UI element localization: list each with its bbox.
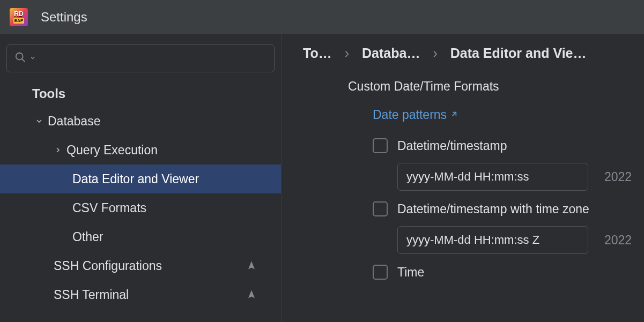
- project-scope-icon: [247, 288, 256, 302]
- time-checkbox[interactable]: [373, 265, 388, 280]
- datetime-checkbox[interactable]: [373, 138, 388, 153]
- datetime-tz-format-input[interactable]: [397, 226, 588, 254]
- breadcrumb-item[interactable]: To…: [303, 46, 332, 61]
- tree-item-other[interactable]: Other: [0, 222, 281, 251]
- chevron-right-icon: ›: [345, 46, 349, 61]
- tree-item-label: Database: [48, 114, 100, 129]
- window-title: Settings: [41, 10, 87, 25]
- field-label: Time: [397, 265, 424, 280]
- datetime-tz-checkbox[interactable]: [373, 201, 388, 216]
- tree-item-data-editor-viewer[interactable]: Data Editor and Viewer: [0, 164, 281, 193]
- settings-content: To… › Databa… › Data Editor and Vie… Cus…: [282, 34, 644, 322]
- tree-heading-tools: Tools: [0, 83, 281, 107]
- svg-line-1: [22, 59, 25, 62]
- chevron-down-icon: [35, 117, 45, 125]
- tree-item-label: SSH Terminal: [54, 288, 129, 302]
- tree-item-label: Query Execution: [66, 143, 158, 158]
- search-dropdown-icon[interactable]: [29, 54, 36, 63]
- search-box[interactable]: [6, 44, 275, 72]
- breadcrumb: To… › Databa… › Data Editor and Vie…: [303, 46, 644, 61]
- tree-item-query-execution[interactable]: Query Execution: [0, 136, 281, 164]
- chevron-right-icon: ›: [433, 46, 437, 61]
- preview-text: 2022: [604, 170, 632, 184]
- tree-item-label: Data Editor and Viewer: [72, 172, 199, 186]
- search-icon: [14, 51, 26, 65]
- settings-sidebar: Tools Database Query Execution D: [0, 34, 282, 322]
- field-label: Datetime/timestamp: [397, 139, 507, 153]
- tree-item-label: SSH Configurations: [54, 259, 162, 273]
- project-scope-icon: [247, 259, 256, 273]
- tree-item-csv-formats[interactable]: CSV Formats: [0, 193, 281, 222]
- settings-tree: Tools Database Query Execution D: [0, 80, 281, 322]
- breadcrumb-item[interactable]: Databa…: [362, 46, 420, 61]
- chevron-right-icon: [54, 146, 63, 154]
- section-title: Custom Date/Time Formats: [348, 79, 644, 94]
- breadcrumb-item: Data Editor and Vie…: [450, 46, 587, 61]
- datetime-format-input[interactable]: [397, 163, 588, 191]
- search-input[interactable]: [39, 53, 267, 65]
- svg-line-2: [453, 112, 456, 116]
- field-label: Datetime/timestamp with time zone: [397, 202, 589, 216]
- tree-item-ssh-terminal[interactable]: SSH Terminal: [0, 280, 281, 309]
- date-patterns-link[interactable]: Date patterns: [373, 108, 447, 122]
- tree-item-label: Other: [72, 230, 103, 244]
- svg-point-0: [16, 53, 23, 60]
- tree-item-label: CSV Formats: [72, 201, 146, 215]
- tree-item-ssh-configurations[interactable]: SSH Configurations: [0, 251, 281, 280]
- app-icon: RD EAP: [10, 8, 28, 26]
- title-bar: RD EAP Settings: [0, 0, 644, 34]
- external-link-icon: [450, 110, 458, 121]
- preview-text: 2022: [604, 233, 632, 248]
- tree-item-database[interactable]: Database: [0, 107, 281, 136]
